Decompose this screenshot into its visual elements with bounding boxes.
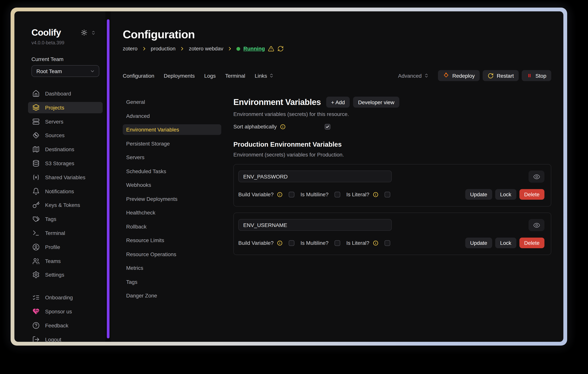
chevrons-up-down-icon bbox=[269, 73, 274, 78]
sidebar-item-feedback[interactable]: Feedback bbox=[28, 320, 103, 331]
tab-logs[interactable]: Logs bbox=[204, 73, 216, 79]
reveal-value-button[interactable] bbox=[528, 219, 545, 231]
page-title: Configuration bbox=[123, 29, 551, 40]
breadcrumb: zotero production zotero webdav Running bbox=[123, 45, 551, 52]
sidebar-item-dashboard[interactable]: Dashboard bbox=[28, 88, 103, 99]
chevron-down-icon bbox=[90, 68, 95, 74]
tab-configuration[interactable]: Configuration bbox=[123, 73, 154, 79]
update-button[interactable]: Update bbox=[465, 238, 492, 248]
tab-links[interactable]: Links bbox=[255, 73, 274, 79]
env-name-input-env-username[interactable] bbox=[238, 219, 392, 231]
subnav-item-advanced[interactable]: Advanced bbox=[123, 110, 221, 121]
tab-deployments[interactable]: Deployments bbox=[164, 73, 195, 79]
status-dot bbox=[237, 47, 240, 51]
redeploy-button[interactable]: Redeploy bbox=[438, 70, 480, 81]
build-variable-checkbox[interactable] bbox=[289, 192, 294, 197]
env-variable-list: Build Variable? Is Multiline? Is Literal… bbox=[233, 164, 551, 255]
sidebar-item-settings[interactable]: Settings bbox=[28, 269, 103, 281]
breadcrumb-resource[interactable]: zotero webdav bbox=[189, 45, 223, 52]
app-version: v4.0.0-beta.399 bbox=[32, 40, 105, 45]
sidebar-item-label: S3 Storages bbox=[45, 160, 74, 166]
sidebar-scrollbar-track[interactable] bbox=[105, 11, 111, 342]
sidebar-item-projects[interactable]: Projects bbox=[28, 102, 103, 113]
build-variable-checkbox[interactable] bbox=[289, 240, 294, 246]
is-multiline-checkbox[interactable] bbox=[335, 240, 340, 246]
sidebar-footer-nav: OnboardingSponsor usFeedbackLogout bbox=[14, 292, 105, 342]
sidebar-item-logout[interactable]: Logout bbox=[28, 334, 103, 342]
restart-icon bbox=[488, 73, 494, 79]
subnav-item-danger-zone[interactable]: Danger Zone bbox=[123, 290, 221, 301]
sidebar-item-profile[interactable]: Profile bbox=[28, 241, 103, 253]
subnav-item-resource-limits[interactable]: Resource Limits bbox=[123, 235, 221, 246]
sidebar-item-onboarding[interactable]: Onboarding bbox=[28, 292, 103, 303]
bell-icon bbox=[32, 187, 40, 195]
sidebar-item-terminal[interactable]: Terminal bbox=[28, 227, 103, 239]
terminal-icon bbox=[32, 229, 40, 237]
key-icon bbox=[32, 201, 40, 209]
team-select[interactable]: Root Team bbox=[32, 65, 99, 77]
breadcrumb-environment[interactable]: production bbox=[151, 45, 176, 52]
theme-chevrons-icon[interactable] bbox=[91, 30, 96, 35]
sidebar-item-sources[interactable]: Sources bbox=[28, 130, 103, 141]
sidebar-item-label: Keys & Tokens bbox=[45, 202, 80, 208]
env-variable-card: Build Variable? Is Multiline? Is Literal… bbox=[233, 213, 551, 255]
help-icon bbox=[32, 322, 40, 329]
screen: Coolify v4.0.0-beta.399 Current Team Roo… bbox=[0, 0, 588, 374]
reveal-value-button[interactable] bbox=[528, 171, 545, 183]
restart-button[interactable]: Restart bbox=[483, 70, 519, 81]
git-icon bbox=[32, 132, 40, 139]
update-button[interactable]: Update bbox=[465, 189, 492, 200]
sidebar-scrollbar-thumb[interactable] bbox=[107, 19, 109, 338]
app-surface: Coolify v4.0.0-beta.399 Current Team Roo… bbox=[14, 11, 563, 342]
sidebar-item-label: Servers bbox=[45, 118, 63, 125]
status-link[interactable]: Running bbox=[243, 45, 265, 52]
subnav-item-tags[interactable]: Tags bbox=[123, 277, 221, 287]
subnav-item-metrics[interactable]: Metrics bbox=[123, 263, 221, 273]
is-literal-checkbox[interactable] bbox=[385, 192, 390, 197]
subnav-item-environment-variables[interactable]: Environment Variables bbox=[123, 124, 221, 135]
sidebar-item-shared-variables[interactable]: Shared Variables bbox=[28, 172, 103, 183]
info-icon bbox=[280, 124, 286, 129]
is-multiline-label: Is Multiline? bbox=[300, 191, 328, 197]
sidebar-item-label: Onboarding bbox=[45, 295, 73, 301]
is-multiline-checkbox[interactable] bbox=[335, 192, 340, 197]
add-variable-button[interactable]: + Add bbox=[326, 97, 350, 108]
home-icon bbox=[32, 90, 40, 97]
subnav-item-scheduled-tasks[interactable]: Scheduled Tasks bbox=[123, 166, 221, 176]
lock-button[interactable]: Lock bbox=[495, 238, 516, 248]
advanced-dropdown[interactable]: Advanced bbox=[398, 73, 429, 79]
delete-button[interactable]: Delete bbox=[519, 238, 545, 248]
subnav-item-general[interactable]: General bbox=[123, 97, 221, 107]
sidebar-item-notifications[interactable]: Notifications bbox=[28, 185, 103, 197]
theme-sun-icon[interactable] bbox=[81, 29, 87, 36]
sidebar-item-sponsor-us[interactable]: Sponsor us bbox=[28, 306, 103, 317]
breadcrumb-project[interactable]: zotero bbox=[123, 45, 137, 52]
production-env-description: Environment (secrets) variables for Prod… bbox=[233, 151, 551, 158]
chevron-right-icon bbox=[228, 46, 232, 51]
subnav-item-webhooks[interactable]: Webhooks bbox=[123, 180, 221, 190]
lock-button[interactable]: Lock bbox=[495, 189, 516, 200]
subnav-item-healthcheck[interactable]: Healthcheck bbox=[123, 207, 221, 218]
sidebar-item-teams[interactable]: Teams bbox=[28, 255, 103, 267]
developer-view-button[interactable]: Developer view bbox=[353, 97, 399, 108]
subnav-item-preview-deployments[interactable]: Preview Deployments bbox=[123, 193, 221, 204]
subnav-item-rollback[interactable]: Rollback bbox=[123, 221, 221, 232]
sidebar-item-destinations[interactable]: Destinations bbox=[28, 144, 103, 155]
subnav-item-resource-operations[interactable]: Resource Operations bbox=[123, 249, 221, 259]
sidebar-item-keys-tokens[interactable]: Keys & Tokens bbox=[28, 200, 103, 211]
stop-button[interactable]: Stop bbox=[522, 70, 551, 81]
tags-icon bbox=[32, 215, 40, 223]
subnav-item-persistent-storage[interactable]: Persistent Storage bbox=[123, 138, 221, 149]
sort-alphabetically-checkbox[interactable] bbox=[325, 124, 331, 129]
sidebar-item-servers[interactable]: Servers bbox=[28, 116, 103, 127]
is-literal-checkbox[interactable] bbox=[385, 240, 390, 246]
subnav-item-servers[interactable]: Servers bbox=[123, 152, 221, 162]
env-name-input-env-password[interactable] bbox=[238, 171, 392, 182]
environment-variables-section: Environment Variables + Add Developer vi… bbox=[233, 97, 551, 304]
sidebar-item-tags[interactable]: Tags bbox=[28, 213, 103, 225]
sidebar-item-s3-storages[interactable]: S3 Storages bbox=[28, 158, 103, 169]
refresh-status-icon[interactable] bbox=[277, 45, 284, 52]
tab-terminal[interactable]: Terminal bbox=[225, 73, 245, 79]
delete-button[interactable]: Delete bbox=[519, 189, 545, 200]
eye-icon bbox=[533, 173, 540, 180]
